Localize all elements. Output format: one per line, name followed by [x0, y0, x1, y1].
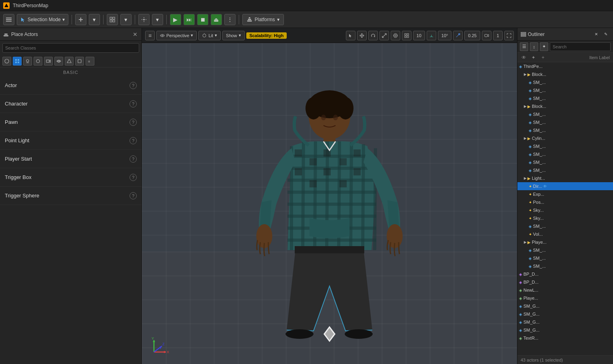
folder-expand-icon[interactable]: ▶: [524, 72, 527, 76]
outliner-list-item[interactable]: ◈ SM_...: [517, 254, 613, 262]
outliner-edit-btn[interactable]: ✎: [602, 30, 610, 38]
vp-viewport-num-btn[interactable]: 1: [493, 31, 503, 40]
search-classes-input[interactable]: [2, 43, 139, 53]
add-actor-btn[interactable]: [75, 14, 86, 25]
filter-cinematic-btn[interactable]: [44, 57, 53, 66]
actor-info-point-light[interactable]: ?: [130, 137, 137, 144]
settings-dropdown-btn[interactable]: ▾: [152, 14, 163, 25]
outliner-search-input[interactable]: [550, 42, 611, 51]
left-panel-close-btn[interactable]: ✕: [132, 31, 138, 38]
perspective-btn[interactable]: Perspective ▾: [156, 31, 197, 40]
folder-expand-icon[interactable]: ▶: [524, 136, 527, 140]
vp-angle-size-btn[interactable]: 10°: [438, 31, 452, 40]
lock-col-icon[interactable]: ✦: [530, 54, 537, 61]
outliner-close-btn[interactable]: ✕: [592, 30, 600, 38]
viewport-menu-btn[interactable]: ≡: [145, 31, 155, 40]
vp-coord-btn[interactable]: [391, 31, 400, 40]
outliner-list-item[interactable]: ✦ Vol...: [517, 230, 613, 238]
folder-expand-icon[interactable]: ▶: [524, 240, 527, 244]
filter-geometry-btn[interactable]: [65, 57, 74, 66]
eject-btn[interactable]: ⏏: [211, 14, 222, 25]
actor-item-trigger-box[interactable]: Trigger Box ?: [0, 168, 142, 187]
outliner-list-item[interactable]: ◈ SM_...: [517, 118, 613, 126]
outliner-list-item[interactable]: ✦ Dir... 👁: [517, 182, 613, 190]
actor-info-trigger-sphere[interactable]: ?: [130, 192, 137, 199]
outliner-list-item[interactable]: ▶ ▶ Cylin...: [517, 134, 613, 142]
filter-all2-btn[interactable]: ≡: [86, 57, 94, 66]
outliner-list-item[interactable]: ◈ SM_G...: [517, 302, 613, 310]
outliner-list-item[interactable]: ◈ SM_...: [517, 94, 613, 102]
vp-fullscreen-btn[interactable]: [504, 31, 514, 40]
vp-rotate-btn[interactable]: [368, 31, 378, 40]
outliner-list-item[interactable]: ◈ SM_...: [517, 126, 613, 134]
visibility-col-icon[interactable]: 👁: [521, 54, 527, 61]
actor-item-point-light[interactable]: Point Light ?: [0, 131, 142, 150]
outliner-list-item[interactable]: ◈ ThirdPe...: [517, 62, 613, 70]
filter-basic-btn[interactable]: [13, 57, 22, 66]
filter-all-btn[interactable]: [2, 57, 11, 66]
vp-move-btn[interactable]: [357, 31, 367, 40]
skip-btn[interactable]: ⏭: [184, 14, 195, 25]
actor-item-pawn[interactable]: Pawn ?: [0, 113, 142, 131]
vp-camera-btn[interactable]: [482, 31, 491, 40]
outliner-list-item[interactable]: ◈ BP_D...: [517, 278, 613, 286]
actor-item-character[interactable]: Character ?: [0, 95, 142, 113]
snap-dropdown-btn[interactable]: ▾: [120, 14, 132, 25]
menu-icon-btn[interactable]: [3, 14, 14, 25]
filter-lights-btn[interactable]: [23, 57, 32, 66]
outliner-list-item[interactable]: ◈ SM_...: [517, 78, 613, 86]
snap-grid-btn[interactable]: [107, 14, 118, 25]
actor-item-trigger-sphere[interactable]: Trigger Sphere ?: [0, 187, 142, 205]
outliner-list-item[interactable]: ▶ ▶ Playe...: [517, 238, 613, 246]
filter-visual-btn[interactable]: [54, 57, 63, 66]
lit-btn[interactable]: Lit ▾: [198, 31, 221, 40]
outliner-list-item[interactable]: ◈ SM_...: [517, 158, 613, 166]
actor-item-actor[interactable]: Actor ?: [0, 76, 142, 95]
outliner-list-item[interactable]: ◈ SM_...: [517, 246, 613, 254]
outliner-list-item[interactable]: ◈ Playe...: [517, 294, 613, 302]
filter-volumes-btn[interactable]: [75, 57, 84, 66]
vp-scale-size-btn[interactable]: 0.25: [464, 31, 480, 40]
outliner-sort-btn[interactable]: ↕: [530, 42, 538, 51]
vp-scale-btn[interactable]: [379, 31, 389, 40]
actor-info-actor[interactable]: ?: [130, 82, 137, 89]
filter-shapes-btn[interactable]: [34, 57, 42, 66]
actor-info-trigger-box[interactable]: ?: [130, 174, 137, 181]
add-col-icon[interactable]: +: [540, 54, 546, 61]
outliner-list-item[interactable]: ✦ Pos...: [517, 198, 613, 206]
outliner-list-item[interactable]: ◈ TextR...: [517, 334, 613, 342]
actor-info-pawn[interactable]: ?: [130, 119, 137, 126]
vp-grid-snap-btn[interactable]: [402, 31, 411, 40]
outliner-list-item[interactable]: ◈ SM_...: [517, 166, 613, 174]
vp-angle-snap-btn[interactable]: [427, 31, 436, 40]
outliner-list-item[interactable]: ✦ Sky...: [517, 214, 613, 222]
outliner-list-item[interactable]: ◈ SM_G...: [517, 318, 613, 326]
folder-expand-icon[interactable]: ▶: [524, 176, 527, 180]
outliner-list-item[interactable]: ✦ Sky...: [517, 206, 613, 214]
add-dropdown-btn[interactable]: ▾: [89, 14, 100, 25]
settings-btn[interactable]: [138, 14, 150, 25]
folder-expand-icon[interactable]: ▶: [524, 104, 527, 108]
outliner-star-btn[interactable]: ✦: [540, 42, 548, 51]
outliner-list-item[interactable]: ◈ BP_D...: [517, 270, 613, 278]
viewport[interactable]: ≡ Perspective ▾ Lit ▾ Show ▾ Scalability…: [142, 28, 517, 364]
outliner-list-item[interactable]: ◈ SM_G...: [517, 326, 613, 334]
vp-grid-size-btn[interactable]: 10: [413, 31, 425, 40]
outliner-list-item[interactable]: ✦ Exp...: [517, 190, 613, 198]
selection-mode-btn[interactable]: Selection Mode ▾: [17, 14, 68, 25]
actor-info-player-start[interactable]: ?: [130, 155, 137, 163]
scalability-badge[interactable]: Scalability: High: [246, 32, 287, 39]
outliner-list-item[interactable]: ▶ ▶ Light...: [517, 174, 613, 182]
actor-info-character[interactable]: ?: [130, 100, 137, 107]
outliner-list-item[interactable]: ◈ SM_...: [517, 222, 613, 230]
vp-select-btn[interactable]: [346, 31, 355, 40]
show-btn[interactable]: Show ▾: [222, 31, 245, 40]
actor-item-player-start[interactable]: Player Start ?: [0, 150, 142, 168]
outliner-list-item[interactable]: ▶ ▶ Block...: [517, 102, 613, 110]
outliner-list-item[interactable]: ◈ SM_...: [517, 110, 613, 118]
outliner-filter-btn[interactable]: ☰: [520, 42, 528, 51]
more-btn[interactable]: ⋮: [224, 14, 236, 25]
outliner-list-item[interactable]: ◈ SM_...: [517, 262, 613, 270]
outliner-list-item[interactable]: ◈ SM_...: [517, 86, 613, 94]
vp-scale-snap-btn[interactable]: [453, 31, 463, 40]
